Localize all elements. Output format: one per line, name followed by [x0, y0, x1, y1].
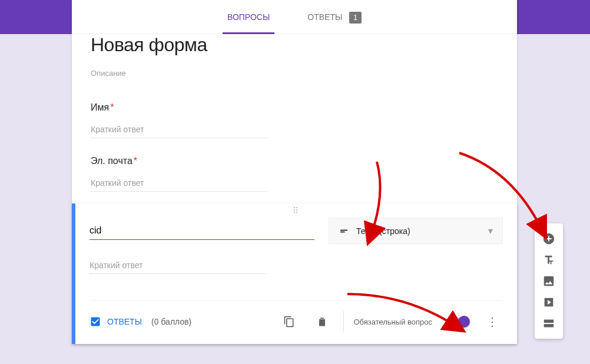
question-label-text: Имя [91, 102, 109, 112]
tab-answers-label: ОТВЕТЫ [307, 12, 342, 22]
add-title-button[interactable] [538, 249, 559, 271]
answer-key-label: ОТВЕТЫ [107, 317, 142, 326]
video-icon [542, 296, 555, 309]
form-description[interactable]: Описание [91, 69, 498, 78]
question-type-select[interactable]: Текст (строка) ▾ [329, 218, 503, 244]
short-text-icon [339, 226, 349, 236]
required-toggle[interactable] [446, 318, 468, 326]
tab-answers[interactable]: ОТВЕТЫ 1 [303, 0, 366, 34]
more-options-button[interactable]: ⋮ [482, 310, 503, 333]
section-icon [542, 317, 555, 330]
question-label: Имя* [91, 102, 114, 112]
divider [343, 311, 344, 332]
question-label-text: Эл. почта [91, 156, 132, 166]
tabs: ВОПРОСЫ ОТВЕТЫ 1 [72, 0, 517, 34]
tab-questions[interactable]: ВОПРОСЫ [223, 0, 274, 34]
add-question-button[interactable] [538, 228, 559, 249]
short-answer-placeholder: Краткий ответ [91, 178, 267, 192]
editing-question-block: ⠿ Текст (строка) ▾ Краткий ответ ОТВЕТЫ … [72, 203, 517, 344]
plus-circle-icon [542, 232, 555, 245]
required-star-icon: * [110, 102, 114, 112]
drag-handle-icon[interactable]: ⠿ [293, 206, 300, 215]
question-label: Эл. почта* [91, 156, 137, 166]
question-footer: ОТВЕТЫ (0 баллов) Обязательный вопрос ⋮ [90, 300, 503, 344]
form-title-section: Новая форма Описание [72, 34, 517, 92]
delete-button[interactable] [310, 310, 334, 333]
more-vert-icon: ⋮ [486, 315, 498, 328]
add-video-button[interactable] [538, 292, 559, 313]
editing-row: Текст (строка) ▾ [90, 218, 503, 244]
answers-count-badge: 1 [349, 12, 362, 24]
copy-icon [283, 316, 295, 328]
side-toolbar [535, 223, 563, 339]
short-answer-placeholder: Краткий ответ [91, 125, 267, 138]
required-star-icon: * [134, 156, 137, 166]
points-label: (0 баллов) [151, 317, 191, 326]
duplicate-button[interactable] [277, 310, 301, 333]
checkbox-icon [90, 316, 101, 328]
title-icon [542, 253, 555, 266]
question-type-label: Текст (строка) [356, 226, 488, 236]
short-answer-placeholder: Краткий ответ [90, 261, 266, 274]
trash-icon [316, 316, 328, 328]
required-label: Обязательный вопрос [353, 318, 432, 326]
form-card: ВОПРОСЫ ОТВЕТЫ 1 Новая форма Описание Им… [72, 0, 517, 344]
add-section-button[interactable] [538, 313, 559, 334]
image-icon [542, 275, 555, 288]
question-title-input[interactable] [90, 222, 314, 240]
answer-key-button[interactable]: ОТВЕТЫ (0 баллов) [90, 316, 191, 328]
add-image-button[interactable] [538, 271, 559, 292]
question-email: Эл. почта* Краткий ответ [72, 145, 517, 199]
chevron-down-icon: ▾ [488, 225, 493, 236]
question-name: Имя* Краткий ответ [72, 92, 517, 145]
form-title[interactable]: Новая форма [91, 34, 498, 56]
